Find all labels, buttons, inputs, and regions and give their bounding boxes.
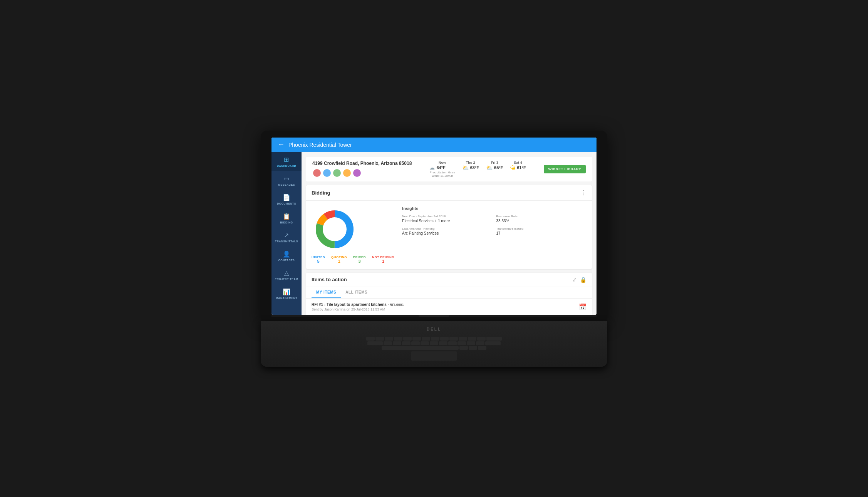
- key: [393, 341, 401, 345]
- weather-thu: Thu 2 ⛅ 63°F: [462, 161, 479, 178]
- back-button[interactable]: ←: [278, 141, 285, 149]
- key-wide: [486, 337, 502, 341]
- avatar-group: [312, 168, 412, 178]
- contacts-icon: 👤: [283, 250, 291, 258]
- insight-next-due: Next Due - September 3rd 2018 Electrical…: [402, 215, 492, 223]
- sidebar-item-management[interactable]: 📊 MANAGEMENT: [271, 284, 302, 303]
- weather-fri-row: ⛅ 65°F: [486, 165, 503, 171]
- sidebar-label-documents: DOCUMENTS: [277, 202, 296, 205]
- weather-sat-icon: 🌤: [510, 165, 515, 171]
- bidding-card-menu[interactable]: ⋮: [580, 189, 586, 196]
- key: [403, 337, 412, 341]
- key: [467, 341, 475, 345]
- header-right: WIDGET LIBRARY: [544, 165, 586, 173]
- donut-legend: INVITED 5 QUOTING 1 PRICED: [312, 255, 394, 264]
- legend-priced-value: 3: [353, 259, 366, 264]
- weather-now-label: Now: [429, 161, 455, 165]
- legend-not-pricing: NOT PRICING 1: [372, 255, 394, 264]
- tab-my-items[interactable]: MY ITEMS: [312, 287, 341, 298]
- key: [477, 337, 486, 341]
- item-name: RFI #1 - Tile layout to apartment kitche…: [312, 302, 387, 307]
- insight-response-rate-label: Response Rate: [496, 215, 586, 218]
- sidebar-label-management: MANAGEMENT: [276, 297, 297, 299]
- management-icon: 📊: [283, 288, 291, 296]
- sidebar-item-documents[interactable]: 📄 DOCUMENTS: [271, 190, 302, 209]
- weather-fri: Fri 3 ⛅ 65°F: [486, 161, 503, 178]
- items-card-title: Items to action: [312, 277, 347, 282]
- avatar-5: [352, 168, 362, 178]
- item-subtitle: Sent by Jason Kamha on 25-Jul-2018 11:53…: [312, 307, 404, 311]
- donut-chart: [312, 206, 358, 252]
- insights-grid: Next Due - September 3rd 2018 Electrical…: [402, 215, 586, 235]
- legend-quoting-value: 1: [331, 259, 347, 264]
- insight-last-awarded-label: Last Awarded - Painting: [402, 227, 492, 230]
- calendar-icon[interactable]: 📅: [579, 303, 586, 311]
- weather-sat-label: Sat 4: [510, 161, 526, 165]
- tabs: MY ITEMS ALL ITEMS: [306, 287, 592, 299]
- weather-section: Now ☁ 64°F Precipitation: 0mm Wind: 11.2…: [429, 161, 526, 178]
- weather-sat-temp: 61°F: [517, 165, 526, 170]
- laptop-notch: [271, 315, 597, 317]
- weather-thu-row: ⛅ 63°F: [462, 165, 479, 171]
- sidebar-label-messages: MESSAGES: [278, 183, 295, 186]
- items-card: Items to action ⤢ 🔒 MY ITEMS ALL ITEMS: [306, 273, 592, 315]
- weather-fri-icon: ⛅: [486, 165, 493, 171]
- widget-library-button[interactable]: WIDGET LIBRARY: [544, 165, 586, 173]
- avatar-4: [342, 168, 352, 178]
- expand-icon[interactable]: ⤢: [572, 277, 577, 283]
- dashboard-icon: ⊞: [284, 156, 289, 163]
- key-wide: [485, 341, 501, 345]
- key: [448, 341, 457, 345]
- key: [440, 337, 449, 341]
- items-list: RFI #1 - Tile layout to apartment kitche…: [306, 299, 592, 315]
- legend-quoting-label: QUOTING: [331, 255, 347, 259]
- weather-now-row: ☁ 64°F: [429, 165, 455, 171]
- key: [385, 337, 393, 341]
- page-title: Phoenix Residential Tower: [288, 142, 352, 148]
- bidding-card: Bidding ⋮: [306, 185, 592, 269]
- weather-thu-label: Thu 2: [462, 161, 479, 165]
- keyboard-area: DELL: [261, 321, 607, 367]
- sidebar-label-dashboard: DASHBOARD: [277, 165, 296, 167]
- sidebar-label-transmittals: TRANSMITTALS: [275, 240, 298, 243]
- transmittals-icon: ↗: [284, 232, 289, 239]
- sidebar: ⊞ DASHBOARD ▭ MESSAGES 📄 DOCUMENTS 📋 BID…: [271, 152, 302, 315]
- weather-fri-temp: 65°F: [494, 165, 503, 170]
- key: [421, 341, 429, 345]
- key: [431, 337, 439, 341]
- insights-section: Insights Next Due - September 3rd 2018 E…: [402, 206, 586, 264]
- sidebar-item-dashboard[interactable]: ⊞ DASHBOARD: [271, 152, 302, 171]
- keyboard: [268, 334, 600, 350]
- insight-last-awarded: Last Awarded - Painting Arc Painting Ser…: [402, 227, 492, 235]
- weather-sat: Sat 4 🌤 61°F: [510, 161, 526, 178]
- key: [459, 337, 467, 341]
- item-title: RFI #1 - Tile layout to apartment kitche…: [312, 302, 404, 307]
- bidding-card-title: Bidding: [312, 190, 330, 196]
- donut-svg: [312, 206, 358, 252]
- sidebar-item-contacts[interactable]: 👤 CONTACTS: [271, 247, 302, 265]
- key: [394, 337, 402, 341]
- key: [457, 341, 466, 345]
- avatar-1: [312, 168, 322, 178]
- legend-quoting: QUOTING 1: [331, 255, 347, 264]
- sidebar-item-project-team[interactable]: △ PROJECT TEAM: [271, 265, 302, 284]
- key: [468, 337, 476, 341]
- insight-response-rate-value: 33.33%: [496, 219, 586, 223]
- sidebar-item-messages[interactable]: ▭ MESSAGES: [271, 171, 302, 190]
- insight-next-due-value: Electrical Services + 1 more: [402, 219, 492, 223]
- keyboard-row-2: [280, 341, 588, 345]
- donut-chart-section: INVITED 5 QUOTING 1 PRICED: [312, 206, 394, 264]
- key: [411, 341, 420, 345]
- insight-transmittals-value: 17: [496, 231, 586, 235]
- lock-icon[interactable]: 🔒: [580, 277, 586, 283]
- weather-sat-row: 🌤 61°F: [510, 165, 526, 171]
- key: [449, 337, 458, 341]
- tab-all-items[interactable]: ALL ITEMS: [341, 287, 372, 298]
- sidebar-item-transmittals[interactable]: ↗ TRANSMITTALS: [271, 228, 302, 247]
- key-space: [382, 346, 459, 350]
- items-card-icons: ⤢ 🔒: [572, 277, 586, 283]
- touchpad[interactable]: [411, 351, 457, 361]
- sidebar-item-bidding[interactable]: 📋 BIDDING: [271, 209, 302, 228]
- legend-invited-label: INVITED: [312, 255, 325, 259]
- key: [412, 337, 421, 341]
